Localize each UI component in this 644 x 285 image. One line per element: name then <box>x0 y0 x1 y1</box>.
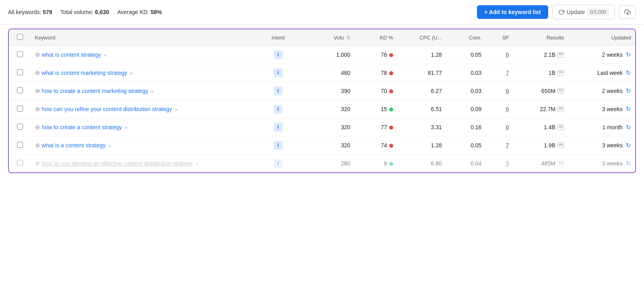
refresh-row-icon[interactable]: ↻ <box>626 124 631 131</box>
serp-preview-icon[interactable] <box>557 70 564 76</box>
row-sf-cell: 6 <box>485 118 513 136</box>
sf-value: 6 <box>506 106 509 112</box>
serp-preview-icon[interactable] <box>557 106 564 112</box>
row-updated-cell: 2 weeks ↻ <box>568 82 635 100</box>
row-intent-cell: I <box>257 100 299 118</box>
header-volume[interactable]: Volu ⇅ <box>299 29 354 46</box>
row-checkbox[interactable] <box>17 87 23 93</box>
row-sf-cell: 7 <box>485 136 513 155</box>
sf-value: 7 <box>506 70 509 76</box>
row-keyword-cell: ⊕what is a content strategy » <box>31 136 257 155</box>
serp-preview-icon[interactable] <box>557 124 564 130</box>
select-all-checkbox[interactable] <box>17 34 23 40</box>
row-keyword-cell: ⊕what is content marketing strategy » <box>31 64 257 82</box>
plus-circle-icon[interactable]: ⊕ <box>35 124 40 130</box>
row-updated-cell: 3 weeks ↻ <box>568 155 635 173</box>
row-checkbox[interactable] <box>17 160 23 166</box>
row-cpc-cell: 3.31 <box>397 118 446 136</box>
row-results-cell: 2.1B <box>513 46 568 64</box>
add-to-keyword-list-button[interactable]: + Add to keyword list <box>477 5 548 19</box>
row-volume-cell: 320 <box>299 136 354 155</box>
sf-value: 6 <box>506 124 509 130</box>
header-sf: SF <box>485 29 513 46</box>
refresh-row-icon[interactable]: ↻ <box>626 160 631 167</box>
row-com-cell: 0.09 <box>446 100 486 118</box>
kd-difficulty-dot <box>389 162 393 166</box>
keyword-link[interactable]: what is a content strategy <box>42 142 106 149</box>
kd-difficulty-dot <box>389 89 393 93</box>
action-buttons: + Add to keyword list Update 0/1,000 <box>477 5 636 19</box>
row-cpc-cell: 6.80 <box>397 155 446 173</box>
plus-circle-icon[interactable]: ⊕ <box>35 87 40 94</box>
keyword-link[interactable]: how can you refine your content distribu… <box>42 106 172 112</box>
chevron-right-icon: » <box>107 143 111 149</box>
row-intent-cell: I <box>257 136 299 155</box>
row-sf-cell: 7 <box>485 64 513 82</box>
row-kd-cell: 76 <box>354 46 397 64</box>
row-results-cell: 22.7M <box>513 100 568 118</box>
plus-circle-icon[interactable]: ⊕ <box>35 160 40 167</box>
update-count-badge: 0/1,000 <box>587 8 609 16</box>
keyword-link[interactable]: what is content marketing strategy <box>42 70 127 76</box>
row-updated-cell: 3 weeks ↻ <box>568 136 635 155</box>
row-results-cell: 1B <box>513 64 568 82</box>
header-checkbox-cell <box>9 29 31 46</box>
serp-preview-icon[interactable] <box>557 161 564 166</box>
refresh-row-icon[interactable]: ↻ <box>626 51 631 58</box>
serp-preview-icon[interactable] <box>557 142 564 148</box>
sort-icon: ⇅ <box>347 35 350 40</box>
export-button[interactable] <box>619 5 636 19</box>
row-cpc-cell: 6.27 <box>397 82 446 100</box>
results-value: 485M <box>541 160 555 167</box>
keyword-link[interactable]: what is content strategy <box>42 52 101 58</box>
row-checkbox[interactable] <box>17 142 23 148</box>
plus-circle-icon[interactable]: ⊕ <box>35 69 40 76</box>
plus-circle-icon[interactable]: ⊕ <box>35 51 40 58</box>
row-cpc-cell: 1.28 <box>397 46 446 64</box>
results-value: 1B <box>549 70 555 76</box>
kd-difficulty-dot <box>389 107 393 112</box>
row-checkbox-cell <box>9 136 31 155</box>
update-button[interactable]: Update 0/1,000 <box>552 5 615 19</box>
header-kd: KD % <box>354 29 397 46</box>
row-kd-cell: 9 <box>354 155 397 173</box>
results-value: 1.9B <box>544 142 555 149</box>
row-intent-cell: I <box>257 155 299 173</box>
refresh-row-icon[interactable]: ↻ <box>626 87 631 95</box>
sf-value: 5 <box>506 160 509 167</box>
chevron-right-icon: » <box>150 89 154 94</box>
kd-difficulty-dot <box>389 71 393 75</box>
chevron-right-icon: » <box>173 107 178 112</box>
export-icon <box>624 9 631 15</box>
header-com: Com. <box>446 29 486 46</box>
keyword-link[interactable]: how do you develop an effective content … <box>42 160 193 167</box>
row-volume-cell: 390 <box>299 82 354 100</box>
row-updated-cell: 1 month ↻ <box>568 118 635 136</box>
sf-value: 6 <box>506 88 509 94</box>
plus-circle-icon[interactable]: ⊕ <box>35 142 40 149</box>
row-sf-cell: 6 <box>485 46 513 64</box>
results-value: 22.7M <box>540 106 555 112</box>
refresh-row-icon[interactable]: ↻ <box>626 142 631 149</box>
row-checkbox[interactable] <box>17 124 23 130</box>
row-volume-cell: 480 <box>299 64 354 82</box>
top-bar: All keywords: 578 Total volume: 6,630 Av… <box>0 0 644 25</box>
chevron-right-icon: » <box>194 161 198 167</box>
row-sf-cell: 6 <box>485 82 513 100</box>
plus-circle-icon[interactable]: ⊕ <box>35 105 40 112</box>
serp-preview-icon[interactable] <box>557 88 564 94</box>
row-checkbox[interactable] <box>17 69 23 75</box>
update-label: Update <box>567 9 585 15</box>
refresh-row-icon[interactable]: ↻ <box>626 69 631 76</box>
serp-preview-icon[interactable] <box>557 52 564 58</box>
results-value: 1.4B <box>544 124 555 130</box>
kd-difficulty-dot <box>389 144 393 148</box>
row-cpc-cell: 1.28 <box>397 136 446 155</box>
keyword-link[interactable]: how to create a content strategy <box>42 124 122 130</box>
row-checkbox[interactable] <box>17 105 23 112</box>
row-checkbox[interactable] <box>17 51 23 57</box>
table-row: ⊕how to create a content marketing strat… <box>9 82 635 100</box>
refresh-row-icon[interactable]: ↻ <box>626 105 631 113</box>
header-keyword: Keyword <box>31 29 257 46</box>
keyword-link[interactable]: how to create a content marketing strate… <box>42 88 149 94</box>
